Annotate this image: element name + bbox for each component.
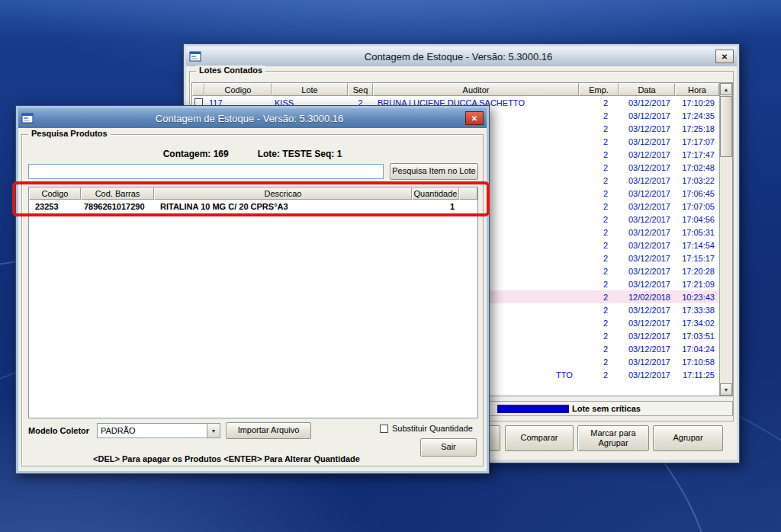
scroll-up-icon[interactable]: ▲ [720,83,732,95]
cell-hora: 17:07:05 [675,202,719,211]
cell-emp: 2 [579,254,619,263]
desktop-wallpaper: Contagem de Estoque - Versão: 5.3000.16 … [0,0,781,532]
col-header-emp[interactable]: Emp. [579,83,619,96]
cell-hora: 17:04:56 [675,215,719,224]
cell-hora: 17:21:09 [675,280,719,289]
cell-hora: 17:11:25 [675,370,719,380]
produtos-table: Codigo Cod. Barras Descricao Quantidade … [28,187,478,418]
back-window-title: Contagem de Estoque - Versão: 5.3000.16 [205,51,712,62]
cell-emp: 2 [579,215,619,224]
cell-emp: 2 [579,189,619,198]
cell-emp: 2 [579,267,619,276]
cell-hora: 17:06:45 [675,189,719,198]
cell-data: 03/12/2017 [619,137,675,146]
cell-emp: 2 [579,293,619,302]
cell-data: 03/12/2017 [619,98,675,107]
agrupar-button[interactable]: Agrupar [653,425,723,451]
app-icon [21,112,34,124]
col-header-descricao[interactable]: Descricao [154,187,412,200]
cell-emp: 2 [579,319,619,328]
cell-data: 03/12/2017 [619,357,675,367]
legend-color-swatch [497,405,569,413]
col-header-auditor[interactable]: Auditor [373,83,579,96]
cell-emp: 2 [579,137,619,146]
close-icon[interactable]: ✕ [715,50,734,63]
cell-descricao: RITALINA 10 MG C/ 20 CPRS°A3 [154,202,412,211]
front-window-title: Contagem de Estoque - Versão: 5.3000.16 [37,113,461,124]
col-header-hora[interactable]: Hora [675,83,719,96]
cell-emp: 2 [579,163,619,172]
substituir-quantidade-checkbox[interactable] [380,425,388,433]
cell-hora: 17:05:31 [675,228,719,237]
keyboard-hint-text: <DEL> Para apagar os Produtos <ENTER> Pa… [28,454,425,463]
col-header-quantidade[interactable]: Quantidade [412,187,459,200]
cell-data: 03/12/2017 [619,202,675,211]
modelo-coletor-value: PADRÃO [98,424,207,437]
col-header-codigo[interactable]: Codigo [204,83,272,96]
cell-cod-barras: 7896261017290 [81,202,154,211]
cell-data: 03/12/2017 [619,345,675,354]
cell-data: 03/12/2017 [619,370,675,380]
cell-emp: 2 [579,176,619,185]
substituir-quantidade-option: Substituir Quantidade [380,424,473,433]
cell-emp: 2 [579,306,619,315]
contagem-label: Contagem: 169 [163,149,229,159]
cell-quantidade: 1 [412,202,459,211]
cell-hora: 17:33:38 [675,306,719,315]
lote-seq-label: Lote: TESTE Seq: 1 [258,149,342,159]
col-header-cod-barras[interactable]: Cod. Barras [81,187,154,200]
lotes-contados-label: Lotes Contados [196,66,265,75]
back-window-titlebar[interactable]: Contagem de Estoque - Versão: 5.3000.16 … [186,46,737,66]
front-window-pesquisa-produtos: Contagem de Estoque - Versão: 5.3000.16 … [15,105,490,474]
vertical-scrollbar[interactable]: ▲ ▼ [719,83,732,396]
col-header-codigo[interactable]: Codigo [29,187,81,200]
comparar-button[interactable]: Comparar [505,425,574,451]
cell-hora: 17:34:02 [675,319,719,328]
contagem-info-row: Contagem: 169 Lote: TESTE Seq: 1 [22,149,483,159]
pesquisa-produtos-groupbox: Pesquisa Produtos Contagem: 169 Lote: TE… [21,134,484,466]
col-header-seq[interactable]: Seq [348,83,373,96]
cell-data: 03/12/2017 [619,189,675,198]
cell-hora: 17:02:48 [675,163,719,172]
cell-data: 03/12/2017 [619,332,675,341]
cell-hora: 17:04:24 [675,345,719,354]
scrollbar-thumb[interactable] [720,96,732,157]
cell-emp: 2 [579,370,619,380]
cell-hora: 17:10:29 [675,98,719,107]
front-window-titlebar[interactable]: Contagem de Estoque - Versão: 5.3000.16 … [18,108,487,128]
cell-data: 03/12/2017 [619,215,675,224]
cell-emp: 2 [579,345,619,354]
cell-data: 03/12/2017 [619,280,675,289]
cell-data: 03/12/2017 [619,267,675,276]
modelo-coletor-label: Modelo Coletor [28,426,89,435]
table-row[interactable]: 23253 7896261017290 RITALINA 10 MG C/ 20… [29,200,477,213]
scroll-down-icon[interactable]: ▼ [720,383,732,396]
cell-codigo: 23253 [29,202,81,211]
cell-emp: 2 [579,228,619,237]
sair-button[interactable]: Sair [420,438,477,457]
front-window-body: Pesquisa Produtos Contagem: 169 Lote: TE… [18,128,487,471]
cell-hora: 10:23:43 [675,293,719,302]
cell-hora: 17:03:51 [675,332,719,341]
close-icon[interactable]: ✕ [465,111,484,125]
cell-data: 03/12/2017 [619,228,675,237]
marcar-para-agrupar-button[interactable]: Marcar para Agrupar [577,425,649,451]
cell-data: 03/12/2017 [619,306,675,315]
substituir-quantidade-label: Substituir Quantidade [392,424,473,433]
produto-search-input[interactable] [28,164,384,179]
produtos-table-header: Codigo Cod. Barras Descricao Quantidade [29,187,477,200]
cell-emp: 2 [579,111,619,120]
importar-arquivo-button[interactable]: Importar Arquivo [226,422,311,439]
col-header-lote[interactable]: Lote [272,83,348,96]
col-header-data[interactable]: Data [619,83,675,96]
cell-emp: 2 [579,124,619,133]
cell-hora: 17:20:28 [675,267,719,276]
chevron-down-icon[interactable]: ▼ [207,424,220,437]
modelo-coletor-select[interactable]: PADRÃO ▼ [97,423,220,438]
cell-emp: 2 [579,98,619,107]
cell-emp: 2 [579,202,619,211]
cell-emp: 2 [579,241,619,250]
pesquisa-item-no-lote-button[interactable]: Pesquisa Item no Lote [390,163,478,180]
scrollbar-track[interactable] [720,158,732,383]
cell-data: 03/12/2017 [619,176,675,185]
